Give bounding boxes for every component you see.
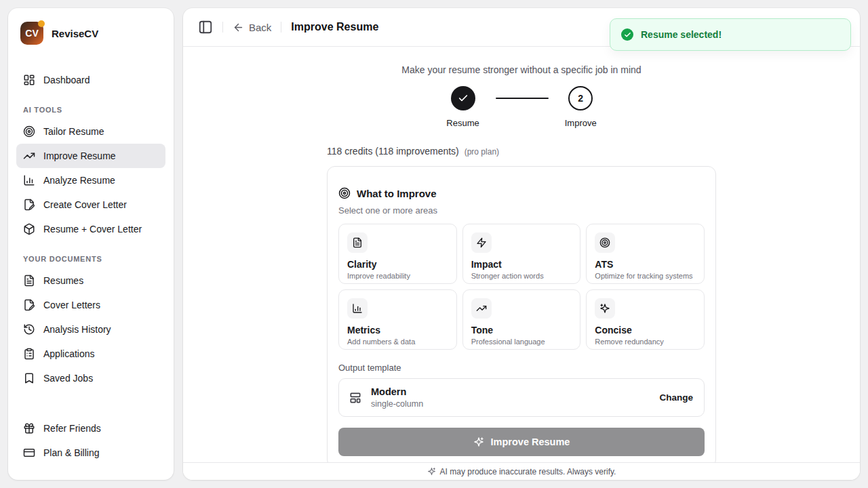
brand: CV ReviseCV [16, 22, 165, 45]
change-template-button[interactable]: Change [659, 392, 693, 403]
card-header: What to Improve [338, 187, 705, 199]
back-label: Back [249, 22, 271, 33]
page-title: Improve Resume [291, 21, 378, 33]
option-title: Tone [471, 325, 572, 336]
sidebar-item-label: Refer Friends [43, 423, 101, 434]
file-text-icon [23, 274, 35, 287]
improve-options-grid: Clarity Improve readability Impact Stron… [338, 224, 705, 350]
option-desc: Optimize for tracking systems [595, 272, 696, 280]
option-desc: Professional language [471, 338, 572, 346]
step-resume: Resume [446, 86, 479, 128]
target-icon [23, 125, 35, 138]
template-info: Modern single-column [371, 386, 423, 409]
bookmark-icon [23, 372, 35, 384]
section-label-ai-tools: AI TOOLS [23, 106, 159, 114]
sidebar-item-plan-billing[interactable]: Plan & Billing [16, 441, 165, 465]
layout-template-icon [349, 391, 362, 405]
main-content: Make your resume stronger without a spec… [183, 47, 860, 480]
section-label-your-documents: YOUR DOCUMENTS [23, 255, 159, 263]
history-icon [23, 323, 35, 336]
back-button[interactable]: Back [233, 22, 271, 33]
toast-message: Resume selected! [641, 29, 722, 40]
improve-resume-button[interactable]: Improve Resume [338, 428, 705, 456]
output-template-label: Output template [338, 363, 705, 373]
sidebar-item-label: Saved Jobs [43, 373, 93, 384]
step-resume-circle [451, 86, 475, 110]
sidebar-item-label: Create Cover Letter [43, 199, 127, 210]
step-number: 2 [578, 93, 583, 104]
option-concise[interactable]: Concise Remove redundancy [586, 289, 705, 350]
brand-name: ReviseCV [52, 28, 98, 39]
sidebar-item-improve-resume[interactable]: Improve Resume [16, 144, 165, 168]
sidebar-item-analysis-history[interactable]: Analysis History [16, 317, 165, 342]
option-title: Metrics [347, 325, 448, 336]
step-improve-circle: 2 [568, 86, 593, 110]
arrow-left-icon [233, 22, 244, 33]
option-title: ATS [595, 259, 696, 270]
sidebar-item-label: Tailor Resume [43, 126, 104, 137]
template-name: Modern [371, 386, 423, 397]
option-desc: Add numbers & data [347, 338, 448, 346]
sidebar-item-label: Resumes [43, 275, 83, 286]
credit-card-icon [23, 447, 35, 459]
sidebar-item-resumes[interactable]: Resumes [16, 268, 165, 293]
improve-resume-button-label: Improve Resume [491, 436, 570, 447]
gift-icon [23, 422, 35, 434]
sidebar-item-label: Cover Letters [43, 300, 100, 310]
dashboard-grid-icon [23, 74, 35, 86]
sidebar-item-create-cover-letter[interactable]: Create Cover Letter [16, 192, 165, 217]
option-title: Clarity [347, 259, 448, 270]
sidebar: CV ReviseCV Dashboard AI TOOLS Tailor Re… [8, 8, 174, 480]
sidebar-item-label: Analyze Resume [43, 175, 115, 186]
header-divider [222, 22, 223, 33]
file-text-icon [347, 232, 368, 253]
sidebar-item-cover-letters[interactable]: Cover Letters [16, 293, 165, 317]
option-desc: Improve readability [347, 272, 448, 280]
trending-up-icon [23, 150, 35, 162]
sparkles-icon [595, 298, 615, 319]
clipboard-list-icon [23, 348, 35, 360]
check-icon [458, 93, 469, 104]
option-metrics[interactable]: Metrics Add numbers & data [338, 289, 457, 350]
target-icon [595, 232, 615, 253]
sidebar-bottom-nav: Refer Friends Plan & Billing [16, 416, 165, 465]
credits-text: 118 credits (118 improvements) [327, 146, 459, 157]
option-desc: Remove redundancy [595, 338, 696, 346]
option-desc: Stronger action words [471, 272, 572, 280]
template-row: Modern single-column Change [338, 378, 705, 417]
logo-dot [38, 20, 45, 27]
option-clarity[interactable]: Clarity Improve readability [338, 224, 457, 284]
sidebar-item-tailor-resume[interactable]: Tailor Resume [16, 119, 165, 144]
package-icon [23, 223, 35, 235]
step-improve: 2 Improve [565, 86, 597, 128]
stepper: Resume 2 Improve [446, 86, 596, 128]
sidebar-item-analyze-resume[interactable]: Analyze Resume [16, 168, 165, 192]
option-title: Concise [595, 325, 696, 336]
toast-notification: Resume selected! [610, 18, 851, 51]
bar-chart-icon [347, 298, 368, 319]
sidebar-nav: Dashboard AI TOOLS Tailor Resume Improve… [16, 68, 165, 390]
ai-disclaimer-text: AI may produce inaccurate results. Alway… [440, 467, 616, 476]
target-icon [338, 187, 351, 199]
sidebar-item-applications[interactable]: Applications [16, 342, 165, 366]
sidebar-item-label: Resume + Cover Letter [43, 224, 142, 235]
sidebar-item-dashboard[interactable]: Dashboard [16, 68, 165, 92]
step-connector [496, 98, 549, 99]
option-ats[interactable]: ATS Optimize for tracking systems [586, 224, 705, 284]
sidebar-item-label: Applications [43, 348, 95, 359]
sidebar-toggle-button[interactable] [198, 20, 213, 35]
sparkles-icon [473, 436, 484, 447]
sidebar-item-saved-jobs[interactable]: Saved Jobs [16, 366, 165, 390]
sparkles-icon [427, 467, 436, 476]
credits-row: 118 credits (118 improvements) (pro plan… [327, 146, 716, 157]
card-subtitle: Select one or more areas [338, 205, 705, 216]
sidebar-item-refer-friends[interactable]: Refer Friends [16, 416, 165, 441]
sidebar-item-label: Plan & Billing [43, 447, 100, 458]
sidebar-item-resume-cover-letter[interactable]: Resume + Cover Letter [16, 217, 165, 241]
template-type: single-column [371, 399, 423, 409]
option-impact[interactable]: Impact Stronger action words [462, 224, 581, 284]
logo-text: CV [25, 28, 38, 39]
option-tone[interactable]: Tone Professional language [462, 289, 581, 350]
header-divider [281, 22, 281, 33]
file-pen-icon [23, 199, 35, 211]
